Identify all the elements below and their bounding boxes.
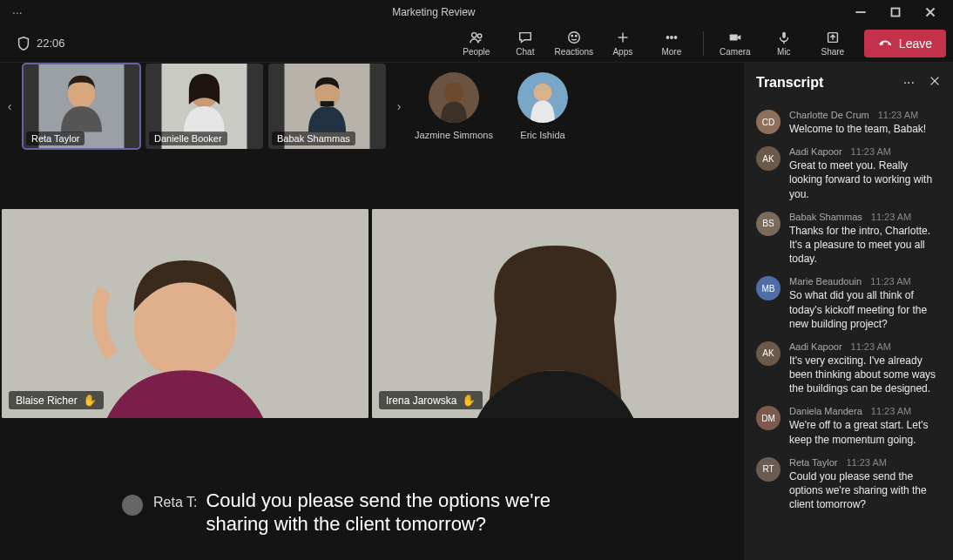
transcript-entry: DMDaniela Mandera11:23 AMWe're off to a … — [753, 401, 944, 451]
svg-point-26 — [575, 35, 576, 36]
entry-speaker: Marie Beaudouin — [789, 276, 862, 287]
entry-time: 11:23 AM — [846, 457, 886, 468]
transcript-body[interactable]: CDCharlotte De Crum11:23 AMWelcome to th… — [744, 99, 953, 560]
apps-icon — [615, 30, 631, 45]
reactions-icon — [566, 30, 582, 45]
transcript-entry: AKAadi Kapoor11:23 AMGreat to meet you. … — [753, 141, 944, 206]
video-label: Irena Jarowska ✋ — [379, 391, 483, 409]
entry-time: 11:23 AM — [871, 406, 911, 416]
shield-icon — [16, 36, 31, 51]
transcript-panel: Transcript ··· CDCharlotte De Crum11:23 … — [744, 63, 953, 560]
transcript-entry: RTReta Taylor11:23 AMCould you please se… — [753, 452, 944, 517]
entry-time: 11:23 AM — [878, 110, 918, 120]
avatar-icon — [517, 72, 568, 123]
reactions-button[interactable]: Reactions — [550, 24, 598, 63]
live-caption: Reta T: Could you please send the option… — [0, 489, 740, 551]
svg-point-23 — [477, 34, 482, 38]
transcript-entry: CDCharlotte De Crum11:23 AMWelcome to th… — [753, 105, 944, 141]
participant-name: Babak Shammas — [272, 132, 355, 145]
apps-button[interactable]: Apps — [598, 24, 647, 63]
participant-name: Eric Ishida — [520, 130, 564, 140]
entry-text: Great to meet you. Really looking forwar… — [789, 159, 941, 201]
entry-speaker: Reta Taylor — [789, 457, 837, 468]
participant-name: Danielle Booker — [149, 132, 227, 145]
more-icon — [664, 30, 679, 45]
avatar-icon — [429, 72, 479, 123]
reactions-label: Reactions — [555, 47, 593, 57]
svg-point-25 — [571, 35, 572, 36]
participant-tile[interactable]: Danielle Booker — [145, 64, 263, 149]
people-button[interactable]: People — [452, 24, 501, 63]
entry-speaker: Charlotte De Crum — [789, 110, 869, 120]
chat-button[interactable]: Chat — [501, 24, 550, 63]
entry-text: It's very exciting. I've already been th… — [789, 354, 941, 396]
app-dots[interactable]: ··· — [12, 5, 23, 19]
entry-avatar-icon: AK — [756, 341, 781, 366]
svg-rect-19 — [892, 9, 900, 17]
camera-label: Camera — [720, 47, 751, 57]
entry-avatar-icon: BS — [756, 212, 781, 236]
transcript-close-button[interactable] — [929, 75, 941, 91]
close-icon — [929, 75, 941, 87]
entry-text: Welcome to the team, Babak! — [789, 122, 941, 136]
window-title: Marketing Review — [23, 6, 845, 18]
caption-avatar-icon — [122, 495, 143, 516]
minimize-button[interactable] — [845, 2, 876, 23]
participant-name: Irena Jarowska — [386, 395, 456, 407]
transcript-entry: BSBabak Shammas11:23 AMThanks for the in… — [753, 206, 944, 272]
avatar-tile[interactable]: Jazmine Simmons — [412, 72, 496, 140]
close-button[interactable] — [915, 2, 946, 23]
entry-time: 11:23 AM — [870, 276, 910, 287]
svg-point-31 — [674, 37, 676, 38]
main-video-tile[interactable]: Irena Jarowska ✋ — [372, 209, 739, 418]
meeting-toolbar: 22:06 People Chat Reactions Apps More Ca… — [0, 24, 953, 63]
maximize-button[interactable] — [880, 2, 911, 23]
hand-raised-icon: ✋ — [83, 394, 97, 407]
mic-button[interactable]: Mic — [760, 24, 808, 63]
entry-text: Thanks for the intro, Charlotte. It's a … — [789, 224, 941, 267]
main-video-tile[interactable]: Blaise Richer ✋ — [2, 209, 368, 418]
mic-label: Mic — [777, 47, 791, 57]
entry-avatar-icon: CD — [756, 110, 781, 134]
people-label: People — [463, 47, 490, 57]
caption-speaker: Reta T: — [153, 489, 197, 510]
transcript-entry: MBMarie Beaudouin11:23 AMSo what did you… — [753, 271, 944, 336]
leave-button[interactable]: Leave — [864, 30, 946, 57]
svg-point-29 — [666, 37, 668, 38]
ribbon-prev-button[interactable]: ‹ — [2, 64, 17, 149]
participant-tile[interactable]: Reta Taylor — [23, 64, 140, 149]
svg-rect-33 — [782, 32, 786, 38]
avatar-tile[interactable]: Eric Ishida — [501, 72, 585, 140]
transcript-more-button[interactable]: ··· — [903, 75, 915, 91]
entry-avatar-icon: AK — [756, 146, 781, 171]
more-label: More — [661, 47, 681, 57]
share-button[interactable]: Share — [808, 24, 857, 63]
svg-rect-32 — [730, 34, 738, 40]
apps-label: Apps — [612, 47, 632, 57]
video-feed — [372, 209, 739, 418]
svg-point-24 — [569, 32, 580, 44]
entry-time: 11:23 AM — [851, 146, 891, 157]
video-feed — [2, 209, 368, 418]
caption-text: Could you please send the options we're … — [206, 489, 618, 536]
participant-name: Blaise Richer — [16, 395, 78, 407]
main-stage: Blaise Richer ✋ Irena Jarowska ✋ — [0, 209, 740, 418]
chat-icon — [517, 30, 533, 45]
participant-name: Jazmine Simmons — [415, 130, 493, 140]
meeting-timer: 22:06 — [7, 36, 65, 51]
transcript-entry: AKAadi Kapoor11:23 AMIt's very exciting.… — [753, 336, 944, 401]
title-left: ··· — [7, 5, 23, 19]
more-button[interactable]: More — [647, 24, 696, 63]
entry-speaker: Aadi Kapoor — [789, 146, 842, 157]
entry-text: So what did you all think of today's kic… — [789, 288, 941, 331]
participant-tile[interactable]: Babak Shammas — [268, 64, 386, 149]
ribbon-next-button[interactable]: › — [391, 64, 407, 149]
phone-icon — [875, 33, 896, 53]
share-icon — [825, 30, 841, 45]
title-bar: ··· Marketing Review — [0, 0, 953, 24]
camera-button[interactable]: Camera — [711, 24, 760, 63]
entry-avatar-icon: RT — [756, 457, 781, 482]
share-label: Share — [821, 47, 845, 57]
entry-speaker: Babak Shammas — [789, 212, 862, 222]
timer-text: 22:06 — [37, 37, 65, 50]
